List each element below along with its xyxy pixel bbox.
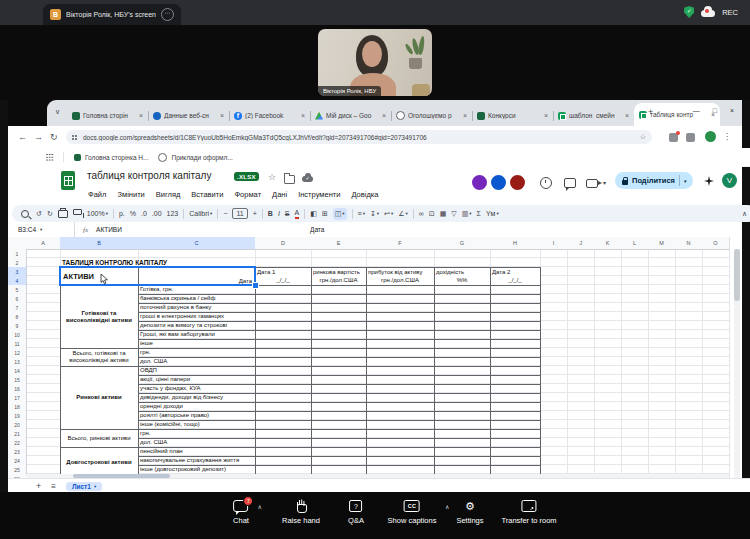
cell-C6[interactable]: банківська скринька / сейф — [138, 294, 255, 303]
row-header-26[interactable]: 26 — [8, 474, 27, 478]
browser-tab-1[interactable]: Головна сторін× — [67, 105, 148, 126]
group-label-4[interactable]: Всього, ринкові активи — [60, 429, 138, 447]
browser-tab-7[interactable]: шаблон_смейн× — [553, 105, 634, 126]
increase-decimals-button[interactable]: .00 — [152, 210, 162, 217]
reload-icon[interactable]: ↻ — [50, 132, 58, 142]
cell-C10[interactable]: Гроші, які вам заборгували — [138, 330, 255, 339]
browser-tab-6[interactable]: Конкурси× — [472, 105, 553, 126]
screen-options-icon[interactable]: ⋯ — [161, 8, 174, 21]
gemini-sparkle-icon[interactable] — [704, 176, 714, 186]
browser-tab-5[interactable]: Оголошуємо р× — [391, 105, 472, 126]
forward-icon[interactable]: → — [34, 132, 43, 142]
header-cell-H[interactable]: Дата 2_/_/_ — [490, 267, 540, 285]
italic-button[interactable]: I — [278, 210, 280, 217]
insert-link-icon[interactable]: ∞ — [419, 209, 424, 219]
font-select[interactable]: Calibri▾ — [189, 210, 212, 217]
minimize-button[interactable]: — — [693, 107, 700, 114]
extension-icon[interactable] — [686, 133, 695, 142]
column-header-I[interactable]: I — [540, 237, 568, 250]
viewer-avatar-3[interactable] — [508, 173, 527, 192]
selection-fill-handle[interactable] — [252, 282, 259, 289]
cell-C22[interactable]: дол. США — [138, 438, 255, 447]
close-button[interactable]: × — [730, 107, 734, 114]
move-folder-icon[interactable] — [284, 175, 295, 184]
tab-close-icon[interactable]: × — [463, 112, 467, 119]
caret-up-icon[interactable]: ∧ — [445, 503, 449, 510]
column-header-K[interactable]: K — [594, 237, 622, 250]
menu-item-3[interactable]: Вигляд — [156, 190, 181, 199]
cell-C7[interactable]: поточний рахунок в банку — [138, 303, 255, 312]
control-transfer-button[interactable]: Transfer to room — [501, 500, 556, 525]
tab-close-icon[interactable]: × — [382, 112, 386, 119]
menu-item-5[interactable]: Формат — [234, 190, 261, 199]
text-wrap-icon[interactable]: ↩▾ — [384, 209, 393, 219]
menu-item-1[interactable]: Файл — [88, 190, 106, 199]
tab-close-icon[interactable]: × — [544, 112, 548, 119]
tab-close-icon[interactable]: × — [139, 112, 143, 119]
extension-icon[interactable] — [669, 133, 678, 142]
tab-close-icon[interactable]: × — [220, 112, 224, 119]
caret-up-icon[interactable]: ∧ — [258, 503, 262, 510]
cell-C12[interactable]: грн. — [138, 348, 255, 357]
menu-item-6[interactable]: Дані — [272, 190, 287, 199]
currency-format-button[interactable]: р. — [119, 210, 125, 217]
column-header-F[interactable]: F — [366, 237, 435, 250]
document-title[interactable]: таблиця контроля капіталу — [87, 170, 211, 181]
sheets-logo-icon[interactable] — [61, 171, 75, 190]
paint-format-icon[interactable] — [73, 209, 82, 215]
filter-views-icon[interactable]: ▥▾ — [462, 209, 472, 219]
percent-format-button[interactable]: % — [130, 210, 136, 217]
cell-C14[interactable]: ОВДП — [138, 366, 255, 375]
header-cell-G[interactable]: дохідність%% — [434, 267, 490, 285]
menu-item-7[interactable]: Інструменти — [298, 190, 340, 199]
bold-button[interactable]: B — [268, 210, 273, 217]
menu-item-2[interactable]: Змінити — [117, 190, 144, 199]
browser-tab-2[interactable]: Данные веб-сн× — [148, 105, 229, 126]
zoom-select[interactable]: 100%▾ — [87, 210, 108, 217]
control-chat-button[interactable]: 7Chat∧ — [233, 500, 249, 525]
group-label-2[interactable]: Всього, готівкові та високоліквідні акти… — [60, 348, 138, 366]
functions-icon[interactable]: Σ — [477, 210, 481, 217]
column-header-G[interactable]: G — [434, 237, 491, 250]
back-icon[interactable]: ← — [18, 132, 27, 142]
increase-font-size-button[interactable]: + — [253, 210, 257, 217]
add-sheet-button[interactable]: + — [36, 481, 41, 491]
group-label-1[interactable]: Готівкові та високоліквідні активи — [60, 285, 138, 348]
site-info-icon[interactable] — [72, 134, 78, 140]
header-cell-E[interactable]: ринкова вартістьгрн./дол.США — [311, 267, 366, 285]
browser-tab-4[interactable]: Мій диск – Goo× — [310, 105, 391, 126]
undo-icon[interactable]: ↺ — [36, 209, 42, 219]
column-header-E[interactable]: E — [311, 237, 367, 250]
name-box[interactable]: B3:C4 ▾ — [8, 226, 74, 233]
browser-menu-icon[interactable]: ⋮ — [723, 132, 731, 141]
group-label-3[interactable]: Ринкові активи — [60, 366, 138, 429]
decrease-font-size-button[interactable]: − — [223, 210, 227, 217]
cell-C18[interactable]: орендні доходи — [138, 402, 255, 411]
header-cell-D[interactable]: Дата 1_/_/_ — [255, 267, 311, 285]
more-formats-button[interactable]: 123 — [167, 210, 179, 217]
comments-icon[interactable] — [564, 178, 576, 188]
maximize-button[interactable]: □ — [713, 107, 717, 114]
sheet-tab-active[interactable]: Лист1 ▾ — [66, 482, 102, 491]
cell-C5[interactable]: Готівка, грн. — [138, 285, 255, 294]
browser-tab-3[interactable]: f(2) Facebook× — [229, 105, 310, 126]
formula-value[interactable]: АКТИВИ — [96, 226, 122, 233]
cell-C17[interactable]: дивіденди, доходи від бізнесу — [138, 393, 255, 402]
version-history-icon[interactable] — [540, 177, 552, 189]
cell-C19[interactable]: роялті (авторське право) — [138, 411, 255, 420]
print-icon[interactable] — [58, 210, 68, 218]
chevron-down-icon[interactable]: ▾ — [603, 179, 606, 186]
cell-C24[interactable]: накопичувальне страхування життя — [138, 456, 255, 465]
text-color-button[interactable]: A — [295, 209, 300, 219]
column-header-H[interactable]: H — [490, 237, 541, 250]
bookmark-item[interactable]: Головна сторінка Н... — [74, 154, 148, 161]
viewer-avatar-1[interactable] — [470, 173, 489, 192]
apps-grid-icon[interactable] — [46, 154, 53, 161]
column-header-N[interactable]: N — [675, 237, 703, 250]
create-filter-icon[interactable]: ▽ — [451, 209, 456, 219]
decrease-decimals-button[interactable]: .0 — [141, 210, 147, 217]
fill-color-icon[interactable]: ◧ — [310, 209, 317, 219]
cell-C23[interactable]: пенсійний план — [138, 447, 255, 456]
cell-C25[interactable]: інше (довгостроковий депозит) — [138, 465, 255, 474]
scrollbar-thumb[interactable] — [734, 249, 740, 301]
